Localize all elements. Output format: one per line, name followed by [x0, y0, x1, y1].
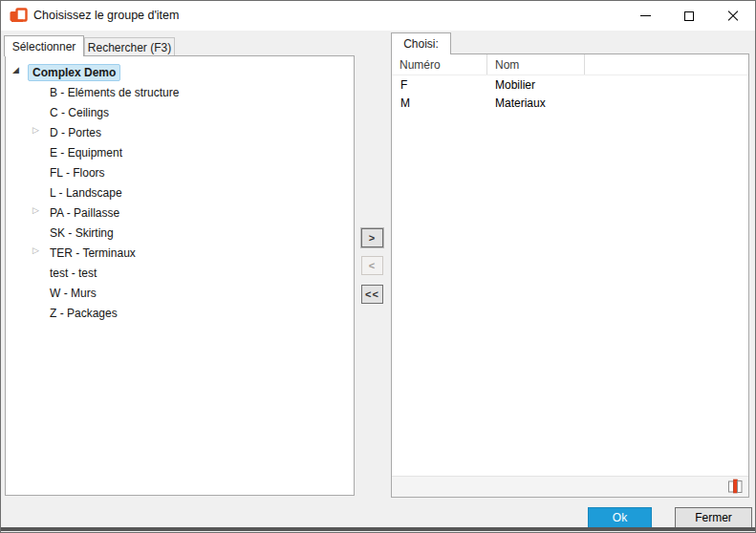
bottom-edge-artifact [1, 527, 755, 531]
expanded-triangle-icon[interactable]: ◢ [12, 65, 19, 75]
tree-root-complex-demo[interactable]: ◢ Complex Demo [6, 62, 354, 82]
tree-item-c[interactable]: C - Ceilings [6, 102, 354, 122]
tree-item-b[interactable]: B - Eléments de structure [6, 82, 354, 102]
close-icon [727, 11, 739, 22]
chosen-row-f[interactable]: F Mobilier [392, 75, 748, 94]
remove-all-button[interactable]: << [361, 285, 383, 304]
collapsed-triangle-icon[interactable]: ▷ [32, 125, 39, 135]
maximize-button[interactable] [667, 1, 711, 31]
chosen-row-m[interactable]: M Materiaux [392, 94, 748, 112]
tab-rechercher[interactable]: Rechercher (F3) [84, 37, 175, 56]
add-button[interactable]: > [361, 228, 383, 247]
titlebar[interactable]: Choisissez le groupe d'item [1, 1, 755, 31]
book-icon[interactable] [726, 479, 744, 494]
ok-button[interactable]: Ok [588, 507, 652, 528]
column-header-numero[interactable]: Numéro [392, 54, 487, 75]
tree-item-test[interactable]: test - test [6, 263, 354, 283]
tab-choisi: Choisi: [391, 32, 451, 54]
tree-item-w[interactable]: W - Murs [6, 283, 354, 303]
tree-root-label[interactable]: Complex Demo [28, 64, 120, 81]
minimize-button[interactable] [623, 1, 667, 31]
collapsed-triangle-icon[interactable]: ▷ [32, 245, 39, 255]
tree-item-z[interactable]: Z - Packages [6, 303, 354, 323]
tab-selectionner[interactable]: Sélectionner [4, 35, 84, 56]
dialog-window: Choisissez le groupe d'item Sélectionner… [0, 0, 756, 533]
tree-item-d[interactable]: ▷ D - Portes [6, 122, 354, 142]
chosen-panel-footer [392, 476, 748, 497]
column-header-empty[interactable] [585, 54, 748, 75]
tree-item-sk[interactable]: SK - Skirting [6, 223, 354, 243]
tree-item-fl[interactable]: FL - Floors [6, 162, 354, 182]
window-title: Choisissez le groupe d'item [33, 1, 179, 31]
group-tree: ◢ Complex Demo B - Eléments de structure… [6, 56, 354, 323]
tree-item-pa[interactable]: ▷ PA - Paillasse [6, 203, 354, 223]
tree-item-l[interactable]: L - Landscape [6, 182, 354, 203]
remove-button[interactable]: < [361, 256, 383, 275]
group-tree-panel: ◢ Complex Demo B - Eléments de structure… [5, 55, 355, 496]
chosen-grid-header: Numéro Nom [392, 54, 748, 75]
maximize-icon [684, 11, 694, 21]
tree-item-ter[interactable]: ▷ TER - Terminaux [6, 243, 354, 263]
close-button[interactable] [711, 1, 755, 31]
tree-item-e[interactable]: E - Equipment [6, 142, 354, 162]
chosen-panel: Numéro Nom F Mobilier M Materiaux [391, 53, 749, 498]
collapsed-triangle-icon[interactable]: ▷ [32, 205, 39, 215]
fermer-button[interactable]: Fermer [675, 507, 752, 528]
app-icon [10, 8, 28, 24]
minimize-icon [640, 15, 651, 16]
column-header-nom[interactable]: Nom [487, 54, 585, 75]
